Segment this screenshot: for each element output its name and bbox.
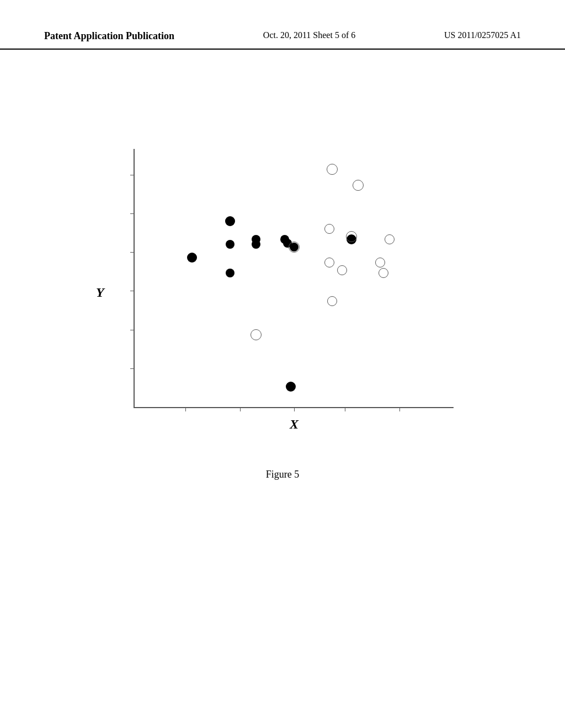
filled-dot <box>226 269 234 277</box>
open-dot <box>385 234 395 244</box>
x-axis-label: X <box>290 417 299 432</box>
open-dot <box>289 242 300 253</box>
x-tick <box>240 407 241 411</box>
filled-dot <box>226 240 234 249</box>
open-dot <box>327 296 337 306</box>
open-dot <box>379 268 388 278</box>
publication-label: Patent Application Publication <box>44 30 174 42</box>
filled-dot <box>187 253 197 263</box>
y-tick <box>130 291 135 291</box>
filled-dot <box>225 216 235 226</box>
main-content: Y X Figure 5 <box>0 50 565 480</box>
y-tick <box>130 252 135 253</box>
open-dot <box>353 180 364 191</box>
filled-dot <box>286 382 296 392</box>
patent-number: US 2011/0257025 A1 <box>444 30 521 40</box>
open-dot <box>346 231 357 242</box>
chart-area: X <box>134 149 454 408</box>
x-tick <box>185 407 186 411</box>
open-dot <box>375 258 385 267</box>
y-tick <box>130 330 135 330</box>
open-dot <box>324 224 334 234</box>
y-axis-label: Y <box>96 285 104 300</box>
open-dot <box>337 265 347 275</box>
x-tick <box>345 407 345 411</box>
x-tick <box>294 407 295 411</box>
x-tick <box>399 407 400 411</box>
open-dot <box>327 164 338 175</box>
scatter-chart: Y X <box>111 149 454 436</box>
filled-dot <box>252 240 260 249</box>
figure-caption: Figure 5 <box>266 469 300 480</box>
page-header: Patent Application Publication Oct. 20, … <box>0 0 565 50</box>
y-tick <box>130 175 135 175</box>
open-dot <box>324 258 334 267</box>
y-tick <box>130 213 135 214</box>
sheet-info: Oct. 20, 2011 Sheet 5 of 6 <box>263 30 355 40</box>
y-tick <box>130 368 135 369</box>
open-dot <box>250 329 262 340</box>
